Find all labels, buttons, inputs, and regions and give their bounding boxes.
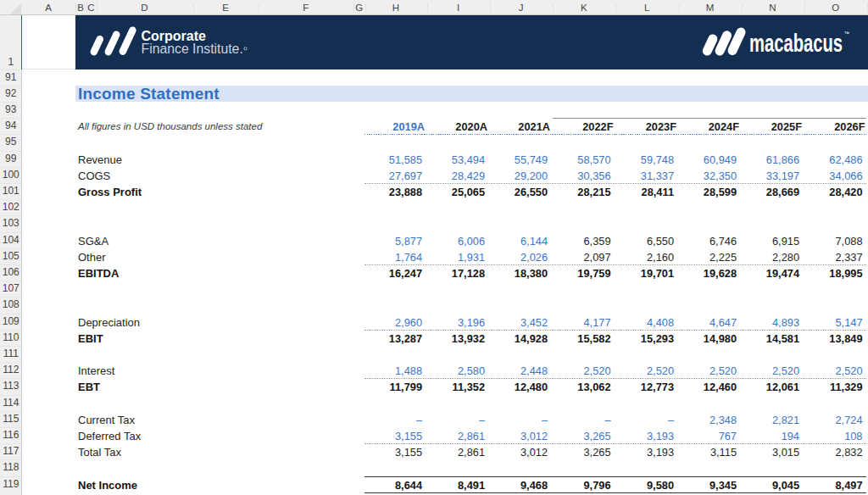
svg-text:™: ™ [844,31,850,36]
svg-text:macabacus: macabacus [749,29,843,57]
svg-text:Finance Institute.: Finance Institute. [142,42,243,56]
svg-text:Corporate: Corporate [142,29,207,43]
